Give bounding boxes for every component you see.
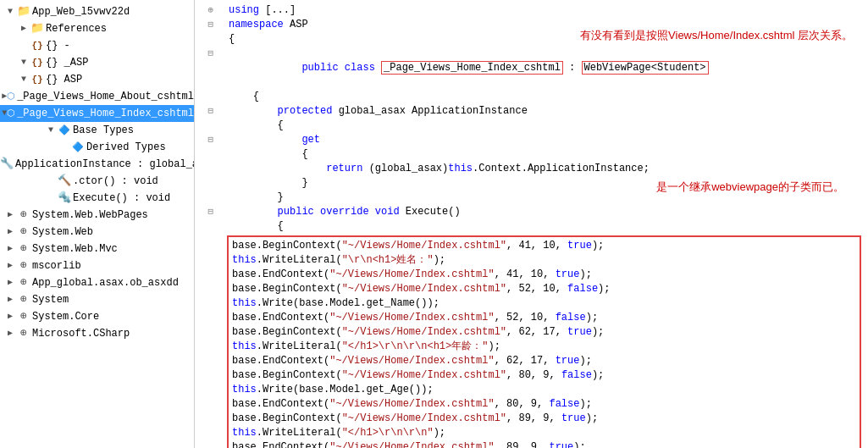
reference-icon: ⊕ <box>17 293 30 307</box>
tree-item-execute[interactable]: 🔩 Execute() : void <box>0 190 194 207</box>
class-icon: ⬡ <box>7 90 15 103</box>
tree-item-about[interactable]: ▶ ⬡ _Page_Views_Home_About_cshtml <box>0 88 194 105</box>
expander-icon[interactable]: ▶ <box>3 224 17 240</box>
tree-item-label: Base Types <box>73 123 134 138</box>
reference-icon: ⊕ <box>17 242 30 256</box>
tree-item-basetypes[interactable]: ▼ 🔷 Base Types <box>0 122 194 139</box>
class-icon: ⬡ <box>7 107 15 120</box>
reference-icon: ⊕ <box>17 225 30 239</box>
base-types-icon: 🔷 <box>58 124 71 137</box>
tree-item-asp[interactable]: ▼ {} {} ASP <box>0 71 194 88</box>
tree-item-label: System.Web.WebPages <box>32 207 148 223</box>
class-declaration-line: ⊟ public class _Page_Views_Home_Index_cs… <box>202 47 861 90</box>
tree-item-label: _Page_Views_Home_Index_cshtml <box>17 106 194 121</box>
tree-item-app-web[interactable]: ▼ 📁 App_Web_l5vwv22d <box>0 3 194 20</box>
reference-icon: ⊕ <box>17 259 30 273</box>
expander-icon[interactable]: ▼ <box>44 123 58 138</box>
highlighted-code-block: base.BeginContext("~/Views/Home/Index.cs… <box>227 235 861 448</box>
expander-icon[interactable]: ▶ <box>3 207 17 223</box>
expander-icon[interactable]: ▶ <box>3 241 17 257</box>
tree-item-label: System.Web.Mvc <box>32 241 118 257</box>
code-editor: ⊕ using [...] ⊟ namespace ASP { ⊟ public… <box>195 0 868 448</box>
tree-item-label: mscorlib <box>32 258 81 274</box>
expander-icon[interactable]: ▼ <box>17 55 30 70</box>
namespace-icon: {} <box>30 73 44 86</box>
tree-item-label: {} ASP <box>46 72 82 87</box>
folder-icon: 📁 <box>30 22 44 36</box>
expander-icon[interactable]: ▶ <box>3 292 17 307</box>
tree-item-mscorlib[interactable]: ▶ ⊕ mscorlib <box>0 257 194 274</box>
tree-item-label: App_Web_l5vwv22d <box>32 4 130 19</box>
tree-item-label: System <box>32 292 69 307</box>
expander-icon[interactable]: ▶ <box>3 258 17 274</box>
expander-icon[interactable]: ▶ <box>3 275 17 290</box>
reference-icon: ⊕ <box>17 327 30 340</box>
tree-item-label: .ctor() : void <box>73 174 158 189</box>
line-number: ⊕ <box>202 3 213 18</box>
expander-icon[interactable]: ▶ <box>3 309 17 324</box>
tree-item-index[interactable]: ▼ ⬡ _Page_Views_Home_Index_cshtml <box>0 105 194 122</box>
solution-explorer[interactable]: ▼ 📁 App_Web_l5vwv22d ▶ 📁 References {} {… <box>0 0 195 448</box>
tree-item-label: {} _ASP <box>46 55 88 70</box>
expander-icon[interactable]: ▶ <box>17 21 30 36</box>
tree-item-ctor[interactable]: 🔨 .ctor() : void <box>0 173 194 190</box>
tree-item-label: ApplicationInstance : global_asax <box>15 157 195 172</box>
reference-icon: ⊕ <box>17 310 30 324</box>
tree-item-references[interactable]: ▶ 📁 References <box>0 20 194 37</box>
annotation-mid: 是一个继承webviewpage的子类而已。 <box>656 180 844 195</box>
folder-icon: 📁 <box>17 5 30 19</box>
expander-icon[interactable]: ▶ <box>3 326 17 341</box>
constructor-icon: 🔨 <box>58 174 71 188</box>
tree-item-label: App_global.asax.ob_asxdd <box>32 275 179 290</box>
code-display: ⊕ using [...] ⊟ namespace ASP { ⊟ public… <box>195 3 868 448</box>
method-icon: 🔩 <box>58 191 71 205</box>
tree-item-system[interactable]: ▶ ⊕ System <box>0 291 194 308</box>
reference-icon: ⊕ <box>17 208 30 222</box>
tree-item-syswebpages[interactable]: ▶ ⊕ System.Web.WebPages <box>0 207 194 224</box>
expander-icon[interactable]: ▼ <box>17 72 30 87</box>
tree-item-label: System.Web <box>32 224 93 240</box>
expander-icon[interactable]: ▼ <box>3 4 17 19</box>
tree-item-label: References <box>46 21 107 36</box>
tree-item-systemcore[interactable]: ▶ ⊕ System.Core <box>0 308 194 325</box>
reference-icon: ⊕ <box>17 276 30 290</box>
tree-item-appinstance[interactable]: 🔧 ApplicationInstance : global_asax <box>0 156 194 173</box>
tree-item-label: _Page_Views_Home_About_cshtml <box>17 89 194 104</box>
namespace-icon: {} <box>30 56 44 69</box>
tree-item-label: Microsoft.CSharp <box>32 326 130 341</box>
annotation-top: 有没有看到是按照Views/Home/Index.cshtml 层次关系。 <box>580 28 853 43</box>
tree-item-mscsharp[interactable]: ▶ ⊕ Microsoft.CSharp <box>0 325 194 342</box>
tree-item-label: Derived Types <box>86 140 166 155</box>
tree-item-derivedtypes[interactable]: 🔷 Derived Types <box>0 139 194 156</box>
tree-item-curly1[interactable]: {} {} - <box>0 37 194 54</box>
tree-item-curly2[interactable]: ▼ {} {} _ASP <box>0 54 194 71</box>
code-line: ⊕ using [...] <box>202 3 861 18</box>
tree-item-label: System.Core <box>32 309 99 324</box>
line-number: ⊟ <box>202 18 213 32</box>
tree-item-sysweb[interactable]: ▶ ⊕ System.Web <box>0 224 194 241</box>
tree-item-appglobal[interactable]: ▶ ⊕ App_global.asax.ob_asxdd <box>0 274 194 291</box>
tree-item-syswebmvc[interactable]: ▶ ⊕ System.Web.Mvc <box>0 241 194 257</box>
namespace-icon: {} <box>30 39 44 53</box>
tree-item-label: {} - <box>46 38 70 53</box>
derived-types-icon: 🔷 <box>71 141 85 154</box>
tree-item-label: Execute() : void <box>73 191 170 206</box>
property-icon: 🔧 <box>0 158 14 171</box>
